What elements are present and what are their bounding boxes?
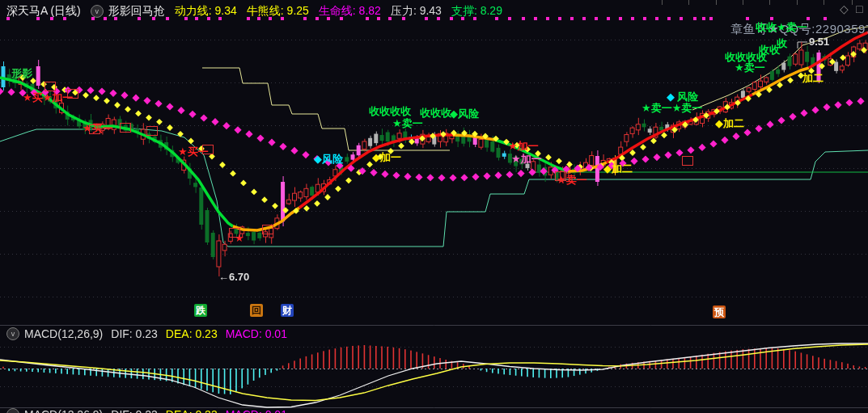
signal-box-marker (146, 126, 158, 136)
ruler-tick (743, 0, 743, 5)
chart-annotation: ★卖一★卖一 (641, 103, 702, 113)
macd-dif-value: DIF: 0.23 (111, 408, 158, 413)
chart-annotation: ◆加一 (372, 152, 401, 162)
diamond-icon[interactable]: ◇ (840, 3, 849, 15)
signal-box-marker (89, 124, 100, 134)
indicator-field: 生命线: 8.82 (319, 4, 381, 17)
chart-annotation: ★卖一 (735, 62, 765, 73)
event-marker: 财 (281, 304, 294, 317)
ruler-tick (716, 0, 717, 5)
trading-app-window: 深天马A (日线) v 形影回马抢 动力线: 9.34牛熊线: 9.25生命线:… (0, 0, 868, 413)
symbol-title[interactable]: 深天马A (日线) (6, 4, 81, 19)
chart-annotation: ★卖一 (392, 118, 423, 129)
top-bar: 深天马A (日线) v 形影回马抢 动力线: 9.34牛熊线: 9.25生命线:… (0, 0, 868, 23)
chart-annotation: 收收收 (420, 107, 451, 118)
indicator-field: 牛熊线: 9.25 (247, 4, 309, 17)
macd-title[interactable]: MACD(12,26,9) (24, 327, 103, 340)
chart-annotation: 收收★卖一 (756, 22, 807, 32)
macd-dea-value: DEA: 0.23 (166, 327, 218, 340)
indicator-values: 动力线: 9.34牛熊线: 9.25生命线: 8.82压力: 9.43支撑: 8… (175, 4, 512, 19)
signal-box-marker (682, 156, 693, 166)
chart-annotation: ←6.70 (218, 272, 249, 282)
ruler-tick (662, 0, 663, 5)
chart-annotation: 风险 (677, 91, 698, 102)
ruler-tick (769, 0, 770, 5)
event-marker: 回 (250, 304, 263, 317)
indicator-field: 支撑: 8.29 (451, 4, 502, 17)
macd-dea-value: DEA: 0.23 (166, 408, 218, 413)
macd-header: v MACD(12,26,9) DIF: 0.23 DEA: 0.23 MACD… (0, 327, 868, 341)
indicator-name[interactable]: 形影回马抢 (108, 4, 165, 19)
chart-annotation: ★买★加一 (23, 92, 73, 103)
signal-box-marker (67, 89, 78, 99)
signal-box-marker (229, 228, 240, 238)
event-marker: 预 (713, 306, 726, 318)
chart-annotation: ◆风险 (450, 108, 479, 119)
chevron-down-icon[interactable]: v (91, 5, 104, 18)
square-icon[interactable]: □ (856, 3, 862, 15)
collapse-chevron-icon: v (6, 408, 19, 413)
ruler-tick (797, 0, 798, 5)
chart-annotation: ★加一 (511, 154, 542, 164)
macd-macd-value: MACD: 0.01 (226, 408, 287, 413)
macd-dif-value: DIF: 0.23 (111, 327, 158, 340)
indicator-field: 压力: 9.43 (391, 4, 442, 17)
chart-annotation: ◆ (667, 91, 675, 102)
signal-box-marker (120, 123, 131, 133)
next-panel-header-clipped: v MACD(12,26,9) DIF: 0.23 DEA: 0.23 MACD… (0, 408, 868, 413)
signal-box-marker (202, 145, 214, 154)
event-marker: 跌 (194, 304, 207, 317)
chart-annotation: 收收收收 (369, 106, 411, 116)
collapse-chevron-icon[interactable]: v (6, 327, 19, 340)
ruler-tick (688, 0, 689, 5)
ruler-tick (824, 0, 824, 5)
indicator-field: 动力线: 9.34 (175, 4, 237, 17)
chart-annotation: ◆风险 (314, 154, 343, 164)
chart-annotation: 加二 (802, 73, 824, 83)
signal-box-marker (555, 171, 566, 181)
ruler-tick (852, 0, 853, 5)
chart-annotation: 收 (777, 38, 787, 48)
chart-annotation: ◆加二 (603, 163, 633, 174)
chart-annotation: ◆加二 (715, 118, 744, 129)
chart-annotation: 9.51 (809, 36, 829, 47)
macd-macd-value: MACD: 0.01 (226, 327, 287, 340)
chart-annotation: ★加一 (508, 141, 539, 151)
macd-title: MACD(12,26,9) (24, 408, 103, 413)
chart-annotation: 形影 (11, 68, 32, 78)
signal-box-marker (44, 82, 56, 91)
signal-box-marker (262, 225, 273, 234)
